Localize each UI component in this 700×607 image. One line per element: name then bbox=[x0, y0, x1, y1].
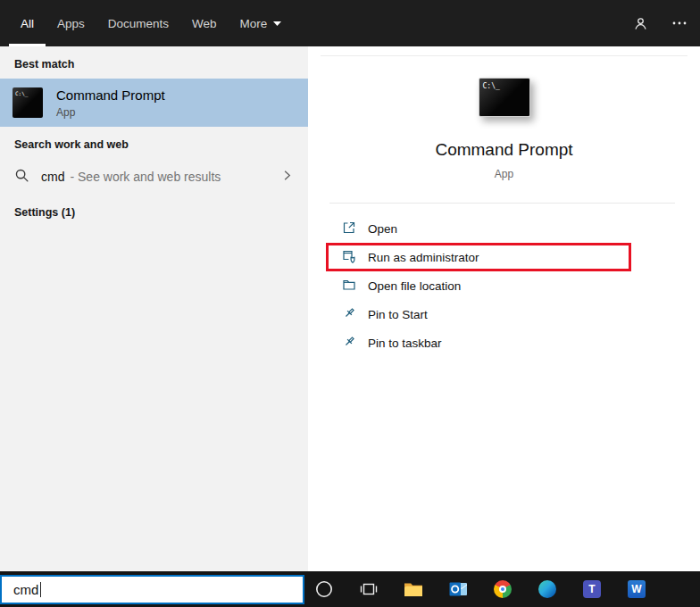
command-prompt-icon-glyph: C:\_ bbox=[483, 82, 500, 90]
file-explorer-icon[interactable] bbox=[404, 579, 423, 599]
tab-more[interactable]: More bbox=[229, 0, 293, 46]
ellipsis-menu-icon[interactable] bbox=[671, 16, 688, 30]
taskbar: cmd T W bbox=[0, 571, 700, 607]
tab-all-label: All bbox=[9, 0, 46, 46]
chrome-logo bbox=[494, 580, 512, 598]
search-results-panel: Best match C:\_ Command Prompt App Searc… bbox=[0, 46, 308, 571]
folder-icon bbox=[342, 278, 356, 295]
best-match-subtitle: App bbox=[56, 106, 165, 119]
web-search-query: cmd bbox=[41, 170, 64, 184]
actions-divider bbox=[329, 203, 675, 204]
task-view-icon[interactable] bbox=[359, 579, 379, 599]
pin-icon bbox=[342, 306, 356, 323]
command-prompt-icon-glyph: C:\_ bbox=[15, 90, 28, 96]
actions-list: Open Run as administrator Open file loca… bbox=[308, 214, 700, 357]
best-match-title: Command Prompt bbox=[56, 87, 165, 103]
user-account-icon[interactable] bbox=[633, 16, 648, 31]
action-run-as-administrator[interactable]: Run as administrator bbox=[326, 243, 631, 271]
action-open[interactable]: Open bbox=[326, 214, 631, 243]
action-pin-to-start[interactable]: Pin to Start bbox=[326, 300, 631, 328]
action-pin-to-start-label: Pin to Start bbox=[368, 308, 428, 321]
tab-more-label: More bbox=[229, 0, 279, 46]
result-detail-panel: C:\_ Command Prompt App Open Run as admi… bbox=[308, 46, 700, 571]
topbar-right-icons bbox=[633, 0, 688, 46]
app-icon-wrap: C:\_ bbox=[308, 78, 700, 117]
outlook-icon[interactable] bbox=[448, 579, 468, 599]
cortana-icon[interactable] bbox=[314, 579, 334, 599]
search-work-web-header: Search work and web bbox=[0, 127, 308, 159]
app-title: Command Prompt bbox=[308, 140, 700, 160]
word-logo: W bbox=[628, 580, 646, 598]
tab-web[interactable]: Web bbox=[180, 0, 229, 46]
pin-icon bbox=[342, 335, 356, 352]
teams-logo: T bbox=[583, 580, 601, 598]
search-input-value: cmd bbox=[13, 582, 38, 597]
teams-icon[interactable]: T bbox=[582, 579, 602, 599]
run-as-admin-shield-icon bbox=[342, 249, 356, 266]
tab-apps-label: Apps bbox=[46, 0, 96, 46]
action-pin-to-taskbar-label: Pin to taskbar bbox=[368, 337, 442, 350]
edge-icon[interactable] bbox=[538, 579, 557, 599]
settings-header: Settings (1) bbox=[0, 195, 308, 227]
tab-documents-label: Documents bbox=[96, 0, 180, 46]
action-open-label: Open bbox=[368, 222, 397, 236]
action-pin-to-taskbar[interactable]: Pin to taskbar bbox=[326, 328, 631, 357]
tab-apps[interactable]: Apps bbox=[46, 0, 96, 46]
chevron-down-icon bbox=[273, 0, 292, 46]
best-match-result-command-prompt[interactable]: C:\_ Command Prompt App bbox=[0, 79, 308, 127]
best-match-text: Command Prompt App bbox=[56, 87, 165, 119]
search-filter-bar: All Apps Documents Web More bbox=[0, 0, 700, 46]
chrome-icon[interactable] bbox=[493, 579, 512, 599]
tab-documents[interactable]: Documents bbox=[96, 0, 180, 46]
chevron-right-icon[interactable] bbox=[280, 169, 294, 185]
command-prompt-icon: C:\_ bbox=[12, 87, 43, 118]
app-subtitle: App bbox=[308, 168, 700, 180]
edge-logo bbox=[538, 580, 556, 598]
action-run-as-administrator-label: Run as administrator bbox=[368, 251, 479, 264]
word-icon[interactable]: W bbox=[627, 579, 646, 599]
command-prompt-icon-large: C:\_ bbox=[479, 78, 530, 117]
best-match-header: Best match bbox=[0, 46, 308, 79]
taskbar-icons: T W bbox=[314, 571, 646, 607]
text-caret bbox=[40, 582, 41, 597]
chrome-logo-core bbox=[499, 586, 506, 593]
web-search-hint: - See work and web results bbox=[70, 170, 221, 184]
search-icon bbox=[14, 168, 29, 186]
open-icon bbox=[342, 220, 356, 237]
tab-all[interactable]: All bbox=[9, 0, 46, 46]
web-search-suggestion[interactable]: cmd - See work and web results bbox=[0, 159, 308, 195]
panel-divider bbox=[321, 55, 688, 56]
action-open-file-location[interactable]: Open file location bbox=[326, 271, 631, 300]
taskbar-search-input[interactable]: cmd bbox=[0, 575, 304, 604]
tab-web-label: Web bbox=[180, 0, 229, 46]
action-open-file-location-label: Open file location bbox=[368, 279, 461, 293]
